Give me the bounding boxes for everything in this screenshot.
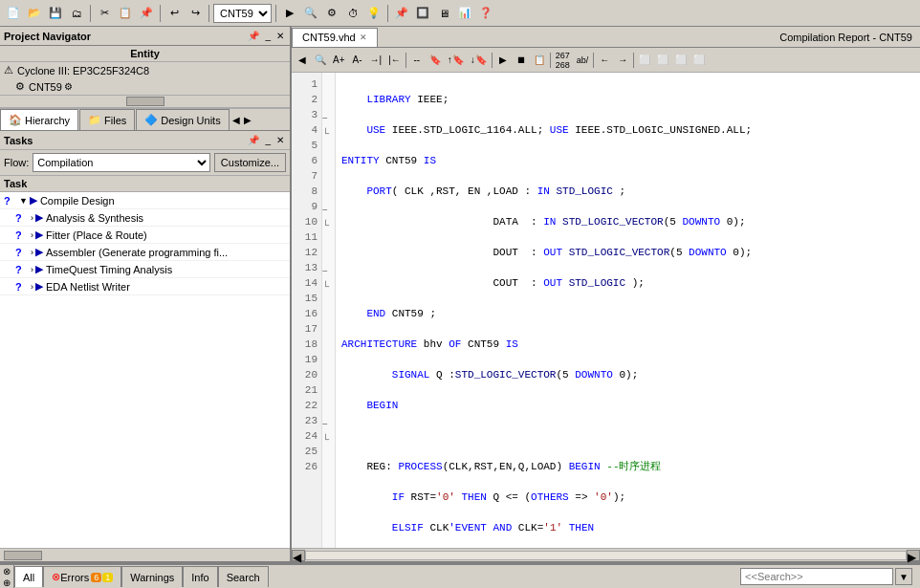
pin-panel-btn[interactable]: 📌 — [246, 31, 261, 41]
left-panel: Project Navigator 📌 _ ✕ Entity ⚠ Cyclone… — [0, 27, 292, 561]
entity-item-cnt59[interactable]: ⚙ CNT59 ⚙ — [0, 78, 290, 95]
task-item-analysis[interactable]: ? › ▶ Analysis & Synthesis — [0, 209, 290, 227]
bottom-search-down-btn[interactable]: ▼ — [895, 568, 912, 585]
timing-btn[interactable]: ⏱ — [343, 3, 362, 24]
fold-13[interactable]: − — [322, 264, 335, 279]
format-btn2[interactable]: ⬜ — [654, 51, 671, 70]
tab-files[interactable]: 📁 Files — [79, 109, 135, 130]
task-expand-compile[interactable]: ▼ — [19, 196, 28, 206]
tasks-header-icons: 📌 _ ✕ — [246, 135, 286, 145]
task-expand-eda[interactable]: › — [31, 282, 33, 292]
bottom-stop-icon[interactable]: ⊗ — [3, 566, 11, 577]
ab-btn[interactable]: ab/ — [574, 51, 592, 70]
bottom-run-icon[interactable]: ⊕ — [3, 577, 11, 588]
minimize-tasks-btn[interactable]: _ — [263, 135, 273, 145]
bottom-tab-errors[interactable]: ⊗ Errors 6 1 — [43, 566, 121, 587]
tab-left-arrow[interactable]: ◀ — [230, 115, 242, 125]
close-panel-btn[interactable]: ✕ — [274, 31, 286, 41]
task-item-assembler[interactable]: ? › ▶ Assembler (Generate programming fi… — [0, 244, 290, 261]
dedent-btn[interactable]: |← — [385, 51, 404, 70]
next-bookmark-btn[interactable]: ↓🔖 — [468, 51, 490, 70]
customize-btn[interactable]: Customize... — [214, 153, 286, 172]
task-expand-fitter[interactable]: › — [31, 230, 33, 240]
right-tab-cnt59[interactable]: CNT59.vhd ✕ — [292, 28, 378, 47]
task-item-timequest[interactable]: ? › ▶ TimeQuest Timing Analysis — [0, 261, 290, 278]
bottom-tab-info[interactable]: Info — [183, 566, 217, 587]
rtl-btn[interactable]: 🔲 — [413, 3, 432, 24]
indent-btn[interactable]: →| — [367, 51, 385, 70]
task-expand-analysis[interactable]: › — [31, 213, 33, 223]
compile-btn[interactable]: ▶ — [280, 3, 299, 24]
entity-item-cyclone[interactable]: ⚠ Cyclone III: EP3C25F324C8 — [0, 62, 290, 78]
format-btn4[interactable]: ⬜ — [690, 51, 708, 70]
minimize-panel-btn[interactable]: _ — [263, 31, 273, 41]
bottom-tab-all[interactable]: All — [14, 566, 43, 587]
prev-bookmark-btn[interactable]: ↑🔖 — [445, 51, 467, 70]
line-num-15: 15 — [292, 291, 321, 306]
tab-design-units-label: Design Units — [161, 115, 220, 126]
code-scroll-left[interactable]: ◀ — [292, 550, 305, 561]
tab-hierarchy[interactable]: 🏠 Hierarchy — [0, 109, 78, 130]
chip-btn[interactable]: 🖥 — [434, 3, 453, 24]
back-btn[interactable]: ◀ — [294, 51, 311, 70]
entity-hscroll[interactable] — [0, 95, 290, 108]
sim-btn[interactable]: 📊 — [455, 3, 474, 24]
bottom-tab-search[interactable]: Search — [218, 566, 269, 587]
tab-design-units[interactable]: 🔷 Design Units — [136, 109, 229, 130]
bookmark-btn[interactable]: 🔖 — [427, 51, 444, 70]
program-btn[interactable]: 💡 — [364, 3, 383, 24]
copy-btn[interactable]: 📋 — [116, 3, 135, 24]
project-select[interactable]: CNT59 — [213, 4, 272, 23]
line-num-btn[interactable]: 267268 — [553, 51, 573, 70]
fold-9[interactable]: − — [322, 203, 335, 218]
analysis-btn[interactable]: 🔍 — [301, 3, 320, 24]
pin-btn[interactable]: 📌 — [392, 3, 411, 24]
code-hscroll[interactable]: ◀ ▶ — [292, 548, 920, 561]
open-btn[interactable]: 📂 — [25, 3, 44, 24]
code-content[interactable]: LIBRARY IEEE; USE IEEE.STD_LOGIC_1164.AL… — [336, 73, 920, 548]
task-item-fitter[interactable]: ? › ▶ Fitter (Place & Route) — [0, 227, 290, 244]
close-tasks-btn[interactable]: ✕ — [274, 135, 286, 145]
inst-template-btn[interactable]: 📋 — [531, 51, 548, 70]
new-btn[interactable]: 📄 — [4, 3, 23, 24]
cut-btn[interactable]: ✂ — [95, 3, 114, 24]
pin-tasks-btn[interactable]: 📌 — [246, 135, 261, 145]
task-item-eda[interactable]: ? › ▶ EDA Netlist Writer — [0, 278, 290, 295]
redo-btn[interactable]: ↪ — [186, 3, 205, 24]
save-all-btn[interactable]: 🗂 — [67, 3, 86, 24]
arrow-right-btn[interactable]: → — [614, 51, 631, 70]
paste-btn[interactable]: 📌 — [137, 3, 156, 24]
task-status-eda: ? — [15, 281, 27, 293]
tasks-hscroll[interactable] — [0, 548, 290, 561]
fold-23[interactable]: − — [322, 417, 335, 432]
code-line-14: IF RST='0' THEN Q <= (OTHERS => '0'); — [341, 490, 914, 505]
font-smaller-btn[interactable]: A- — [349, 51, 366, 70]
save-btn[interactable]: 💾 — [46, 3, 65, 24]
code-scroll-right[interactable]: ▶ — [907, 550, 920, 561]
line-num-1: 1 — [292, 76, 321, 92]
code-scroll-track[interactable] — [305, 551, 907, 560]
fold-3[interactable]: − — [322, 111, 335, 126]
bottom-tab-warnings[interactable]: Warnings — [121, 566, 183, 587]
code-sep3 — [550, 53, 551, 68]
format-btn3[interactable]: ⬜ — [672, 51, 690, 70]
format-btn1[interactable]: ⬜ — [636, 51, 653, 70]
flow-select[interactable]: Compilation — [33, 153, 210, 172]
compile-code-btn[interactable]: ▶ — [494, 51, 512, 70]
task-expand-timequest[interactable]: › — [31, 265, 33, 274]
undo-btn[interactable]: ↩ — [164, 3, 184, 24]
fold-1 — [322, 80, 335, 96]
stop-btn[interactable]: ⏹ — [513, 51, 530, 70]
arrow-left-btn[interactable]: ← — [596, 51, 613, 70]
find-btn[interactable]: 🔍 — [312, 51, 329, 70]
fitter-btn[interactable]: ⚙ — [322, 3, 341, 24]
right-tab-close-btn[interactable]: ✕ — [360, 33, 367, 42]
toggle-comment-btn[interactable]: -- — [408, 51, 426, 70]
task-expand-assembler[interactable]: › — [31, 248, 33, 257]
font-size-btn[interactable]: A+ — [330, 51, 348, 70]
fold-7 — [322, 172, 335, 187]
help-btn[interactable]: ❓ — [476, 3, 495, 24]
bottom-search-input[interactable] — [740, 568, 893, 585]
task-item-compile[interactable]: ? ▼ ▶ Compile Design — [0, 192, 290, 209]
tab-right-arrow[interactable]: ▶ — [242, 115, 253, 125]
